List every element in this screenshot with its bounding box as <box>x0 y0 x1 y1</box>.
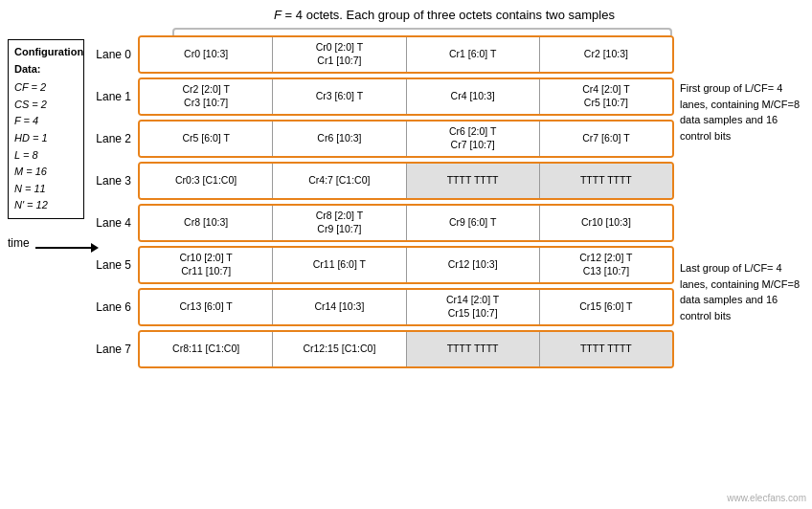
cell-1-0: Cr2 [2:0] T Cr3 [10:7] <box>140 79 273 114</box>
cell-4-3: Cr10 [10:3] <box>540 206 672 240</box>
right-label-0: First group of L/CF= 4 lanes, containing… <box>680 80 804 144</box>
time-label: time <box>8 236 30 250</box>
cell-1-3: Cr4 [2:0] T Cr5 [10:7] <box>540 79 672 114</box>
cell-0-2: Cr1 [6:0] T <box>407 37 540 72</box>
lane-label-4: Lane 4 <box>92 216 135 230</box>
cell-2-1: Cr6 [10:3] <box>273 122 406 156</box>
cell-0-0: Cr0 [10:3] <box>140 37 273 72</box>
content-area: Configuration Data: CF = 2 CS = 2 F = 4 … <box>8 35 804 368</box>
param-cs: CS = 2 <box>14 97 78 114</box>
title-formula: F <box>274 8 282 22</box>
cell-2-3: Cr7 [6:0] T <box>540 122 672 156</box>
lane-row-7: Lane 7Cr8:11 [C1:C0]Cr12:15 [C1:C0]TTTT … <box>92 330 674 368</box>
config-title: Configuration Data: <box>14 44 78 77</box>
param-nprime: N' = 12 <box>14 197 78 214</box>
right-labels: First group of L/CF= 4 lanes, containing… <box>680 35 804 368</box>
cell-5-3: Cr12 [2:0] T C13 [10:7] <box>540 248 672 282</box>
lane-cells-2: Cr5 [6:0] TCr6 [10:3]Cr6 [2:0] T Cr7 [10… <box>138 120 674 158</box>
arrow-line <box>35 247 93 249</box>
param-f: F = 4 <box>14 113 78 130</box>
cell-7-0: Cr8:11 [C1:C0] <box>140 332 273 366</box>
lane-cells-0: Cr0 [10:3]Cr0 [2:0] T Cr1 [10:7]Cr1 [6:0… <box>138 35 674 74</box>
cell-7-2: TTTT TTTT <box>407 332 540 366</box>
cell-3-1: Cr4:7 [C1:C0] <box>273 164 406 198</box>
lane-label-2: Lane 2 <box>92 132 135 145</box>
cell-0-1: Cr0 [2:0] T Cr1 [10:7] <box>273 37 406 72</box>
cell-5-0: Cr10 [2:0] T Cr11 [10:7] <box>140 248 273 282</box>
lane-label-5: Lane 5 <box>92 258 135 272</box>
lanes-column: Lane 0Cr0 [10:3]Cr0 [2:0] T Cr1 [10:7]Cr… <box>92 35 674 368</box>
cell-3-0: Cr0:3 [C1:C0] <box>140 164 273 198</box>
lane-cells-4: Cr8 [10:3]Cr8 [2:0] T Cr9 [10:7]Cr9 [6:0… <box>138 204 674 242</box>
left-column: Configuration Data: CF = 2 CS = 2 F = 4 … <box>8 35 92 368</box>
cell-5-2: Cr12 [10:3] <box>407 248 540 282</box>
param-n: N = 11 <box>14 181 78 198</box>
lane-cells-5: Cr10 [2:0] T Cr11 [10:7]Cr11 [6:0] TCr12… <box>138 246 674 284</box>
lane-row-1: Lane 1Cr2 [2:0] T Cr3 [10:7]Cr3 [6:0] TC… <box>92 77 674 116</box>
time-arrow <box>35 245 93 249</box>
lane-cells-6: Cr13 [6:0] TCr14 [10:3]Cr14 [2:0] T Cr15… <box>138 288 674 326</box>
config-params: CF = 2 CS = 2 F = 4 HD = 1 L = 8 M = 16 … <box>14 79 78 214</box>
config-box: Configuration Data: CF = 2 CS = 2 F = 4 … <box>8 39 84 219</box>
param-l: L = 8 <box>14 147 78 165</box>
lane-cells-1: Cr2 [2:0] T Cr3 [10:7]Cr3 [6:0] TCr4 [10… <box>138 77 674 116</box>
cell-6-1: Cr14 [10:3] <box>273 290 406 324</box>
lane-row-0: Lane 0Cr0 [10:3]Cr0 [2:0] T Cr1 [10:7]Cr… <box>92 35 674 74</box>
param-hd: HD = 1 <box>14 130 78 147</box>
main-container: F = 4 octets. Each group of three octets… <box>0 0 812 509</box>
cell-4-1: Cr8 [2:0] T Cr9 [10:7] <box>273 206 406 240</box>
top-brace <box>172 28 672 35</box>
lane-label-6: Lane 6 <box>92 300 135 314</box>
lane-row-6: Lane 6Cr13 [6:0] TCr14 [10:3]Cr14 [2:0] … <box>92 288 674 326</box>
lane-row-4: Lane 4Cr8 [10:3]Cr8 [2:0] T Cr9 [10:7]Cr… <box>92 204 674 242</box>
lane-row-5: Lane 5Cr10 [2:0] T Cr11 [10:7]Cr11 [6:0]… <box>92 246 674 284</box>
lane-label-7: Lane 7 <box>92 343 135 356</box>
cell-7-3: TTTT TTTT <box>540 332 672 366</box>
cell-5-1: Cr11 [6:0] T <box>273 248 406 282</box>
time-arrow-row: time <box>8 236 93 250</box>
param-cf: CF = 2 <box>14 79 78 97</box>
lane-row-3: Lane 3Cr0:3 [C1:C0]Cr4:7 [C1:C0]TTTT TTT… <box>92 162 674 200</box>
cell-2-2: Cr6 [2:0] T Cr7 [10:7] <box>407 122 540 156</box>
title-text: = 4 octets. Each group of three octets c… <box>285 8 615 22</box>
lane-label-3: Lane 3 <box>92 174 135 188</box>
param-m: M = 16 <box>14 164 78 181</box>
time-section: time <box>8 227 93 250</box>
cell-4-2: Cr9 [6:0] T <box>407 206 540 240</box>
cell-1-1: Cr3 [6:0] T <box>273 79 406 114</box>
lane-cells-3: Cr0:3 [C1:C0]Cr4:7 [C1:C0]TTTT TTTTTTTT … <box>138 162 674 200</box>
cell-4-0: Cr8 [10:3] <box>140 206 273 240</box>
lane-cells-7: Cr8:11 [C1:C0]Cr12:15 [C1:C0]TTTT TTTTTT… <box>138 330 674 368</box>
cell-0-3: Cr2 [10:3] <box>540 37 672 72</box>
cell-6-2: Cr14 [2:0] T Cr15 [10:7] <box>407 290 540 324</box>
lanes-wrapper: Lane 0Cr0 [10:3]Cr0 [2:0] T Cr1 [10:7]Cr… <box>92 35 674 368</box>
cell-6-0: Cr13 [6:0] T <box>140 290 273 324</box>
cell-1-2: Cr4 [10:3] <box>407 79 540 114</box>
title: F = 4 octets. Each group of three octets… <box>84 8 804 22</box>
lane-row-2: Lane 2Cr5 [6:0] TCr6 [10:3]Cr6 [2:0] T C… <box>92 120 674 158</box>
watermark: www.elecfans.com <box>727 493 806 503</box>
lane-label-0: Lane 0 <box>92 48 135 61</box>
cell-7-1: Cr12:15 [C1:C0] <box>273 332 406 366</box>
right-label-1: Last group of L/CF= 4 lanes, containing … <box>680 260 804 323</box>
cell-3-2: TTTT TTTT <box>407 164 540 198</box>
cell-2-0: Cr5 [6:0] T <box>140 122 273 156</box>
lane-label-1: Lane 1 <box>92 90 135 103</box>
cell-6-3: Cr15 [6:0] T <box>540 290 672 324</box>
cell-3-3: TTTT TTTT <box>540 164 672 198</box>
